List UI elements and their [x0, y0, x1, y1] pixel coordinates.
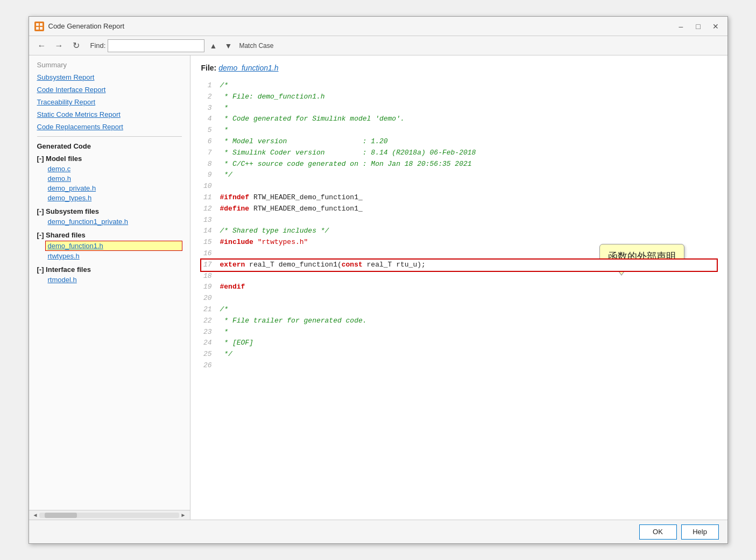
code-panel[interactable]: File: demo_function1.h 函数的外部声明 1 /* 2 * …	[190, 55, 727, 520]
code-line-4: 4 * Code generated for Simulink model 'd…	[201, 114, 717, 125]
h-scrollbar[interactable]	[39, 513, 179, 518]
svg-rect-2	[36, 27, 39, 30]
forward-button[interactable]: →	[52, 39, 67, 53]
find-prev-button[interactable]: ▲	[207, 39, 220, 52]
code-line-18: 18	[201, 271, 717, 282]
code-line-26: 26	[201, 360, 717, 372]
maximize-button[interactable]: □	[692, 20, 705, 33]
code-line-25: 25 */	[201, 349, 717, 360]
nav-code-replacements[interactable]: Code Replacements Report	[37, 123, 182, 131]
file-rtmodel-h[interactable]: rtmodel.h	[37, 276, 182, 284]
sidebar-divider	[37, 136, 182, 137]
code-line-11: 11 #ifndef RTW_HEADER_demo_function1_	[201, 192, 717, 204]
file-demo-private-h[interactable]: demo_private.h	[37, 184, 182, 192]
refresh-button[interactable]: ↻	[69, 39, 84, 53]
nav-subsystem-report[interactable]: Subsystem Report	[37, 73, 182, 81]
model-files-section: [-] Model files demo.c demo.h demo_priva…	[37, 155, 182, 202]
svg-rect-1	[40, 23, 43, 26]
code-line-22: 22 * File trailer for generated code.	[201, 316, 717, 327]
code-line-17: 17 extern real_T demo_function1(const re…	[201, 260, 717, 271]
ok-button[interactable]: OK	[639, 524, 677, 540]
main-content: Summary Subsystem Report Code Interface …	[29, 55, 727, 520]
code-line-7: 7 * Simulink Coder version : 8.14 (R2018…	[201, 148, 717, 159]
nav-static-metrics[interactable]: Static Code Metrics Report	[37, 110, 182, 118]
code-line-3: 3 *	[201, 103, 717, 114]
window-title: Code Generation Report	[48, 22, 675, 30]
main-window: Code Generation Report – □ ✕ ← → ↻ Find:…	[29, 16, 728, 544]
code-line-19: 19 #endif	[201, 282, 717, 293]
model-files-header: [-] Model files	[37, 155, 182, 163]
sidebar: Summary Subsystem Report Code Interface …	[29, 55, 190, 520]
file-header: File: demo_function1.h	[201, 64, 717, 72]
code-line-16: 16	[201, 248, 717, 260]
subsystem-files-header: [-] Subsystem files	[37, 207, 182, 215]
nav-traceability[interactable]: Traceability Report	[37, 98, 182, 106]
file-demo-h[interactable]: demo.h	[37, 174, 182, 183]
shared-files-section: [-] Shared files demo_function1.h rtwtyp…	[37, 231, 182, 260]
code-line-20: 20	[201, 293, 717, 304]
shared-files-header: [-] Shared files	[37, 231, 182, 239]
code-line-14: 14 /* Shared type includes */	[201, 226, 717, 237]
app-icon	[34, 22, 44, 31]
code-line-5: 5 *	[201, 125, 717, 136]
file-demo-c[interactable]: demo.c	[37, 165, 182, 173]
file-name-link[interactable]: demo_function1.h	[218, 64, 278, 72]
code-line-1: 1 /*	[201, 80, 717, 92]
subsystem-files-section: [-] Subsystem files demo_function1_priva…	[37, 207, 182, 226]
nav-code-interface[interactable]: Code Interface Report	[37, 86, 182, 94]
help-button[interactable]: Help	[681, 524, 719, 540]
interface-files-header: [-] Interface files	[37, 265, 182, 274]
file-demo-function1-h[interactable]: demo_function1.h	[46, 241, 182, 250]
generated-code-label: Generated Code	[37, 142, 182, 150]
back-button[interactable]: ←	[34, 39, 50, 53]
code-line-6: 6 * Model version : 1.20	[201, 136, 717, 148]
window-controls: – □ ✕	[675, 20, 722, 33]
minimize-button[interactable]: –	[675, 20, 688, 33]
find-next-button[interactable]: ▼	[222, 39, 235, 52]
code-line-12: 12 #define RTW_HEADER_demo_function1_	[201, 204, 717, 215]
file-demo-function1-private-h[interactable]: demo_function1_private.h	[37, 218, 182, 226]
code-line-15: 15 #include "rtwtypes.h"	[201, 237, 717, 248]
find-label: Find:	[90, 41, 106, 50]
sidebar-hscroll[interactable]: ◄ ►	[29, 510, 190, 520]
scroll-left-btn[interactable]: ◄	[31, 512, 40, 518]
code-line-9: 9 */	[201, 170, 717, 181]
bottom-bar: OK Help	[29, 520, 727, 543]
file-demo-types-h[interactable]: demo_types.h	[37, 194, 182, 202]
svg-rect-0	[36, 23, 39, 26]
nav-summary[interactable]: Summary	[37, 61, 182, 69]
match-case-label: Match Case	[239, 42, 273, 50]
h-scrollbar-thumb[interactable]	[45, 513, 77, 518]
code-line-23: 23 *	[201, 327, 717, 338]
toolbar: ← → ↻ Find: ▲ ▼ Match Case	[29, 36, 727, 55]
code-line-10: 10	[201, 181, 717, 192]
code-line-21: 21 /*	[201, 304, 717, 316]
scroll-right-btn[interactable]: ►	[179, 512, 188, 518]
file-label: File:	[201, 64, 217, 72]
svg-rect-3	[40, 27, 43, 30]
code-line-2: 2 * File: demo_function1.h	[201, 92, 717, 103]
sidebar-scroll[interactable]: Summary Subsystem Report Code Interface …	[29, 55, 190, 510]
code-line-13: 13	[201, 215, 717, 226]
close-button[interactable]: ✕	[709, 20, 722, 33]
code-line-24: 24 * [EOF]	[201, 338, 717, 349]
file-rtwtypes-h[interactable]: rtwtypes.h	[37, 252, 182, 260]
find-input[interactable]	[108, 39, 204, 52]
code-line-8: 8 * C/C++ source code generated on : Mon…	[201, 159, 717, 170]
code-container: 1 /* 2 * File: demo_function1.h 3 * 4 * …	[201, 80, 717, 372]
interface-files-section: [-] Interface files rtmodel.h	[37, 265, 182, 284]
titlebar: Code Generation Report – □ ✕	[29, 17, 727, 36]
